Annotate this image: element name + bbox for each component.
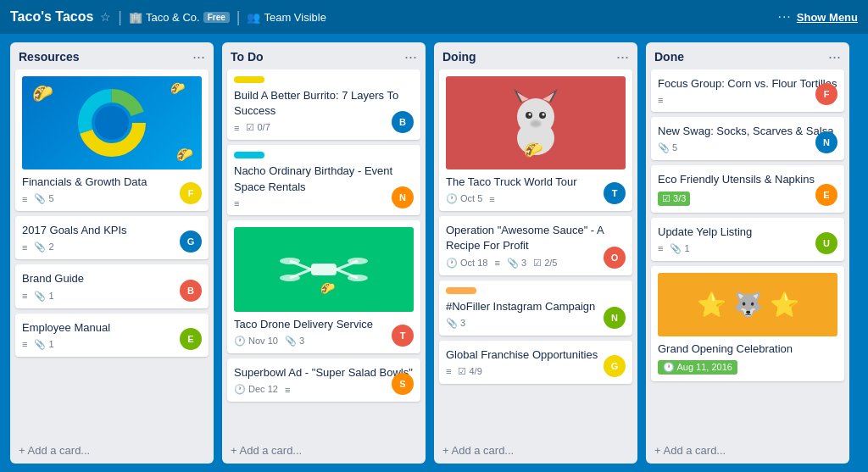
card-brand[interactable]: Brand Guide ≡ 📎 1 B bbox=[15, 264, 209, 308]
lines-icon: ≡ bbox=[234, 123, 239, 133]
card-burrito[interactable]: Build A Better Burrito: 7 Layers To Succ… bbox=[227, 69, 420, 140]
svg-point-12 bbox=[348, 275, 368, 281]
list-doing: Doing ··· bbox=[434, 42, 637, 464]
list-doing-menu[interactable]: ··· bbox=[616, 49, 629, 64]
list-resources: Resources ··· 🌮 🌮 🌮 bbox=[10, 42, 214, 464]
card-focus-group-avatar: F bbox=[815, 83, 837, 105]
svg-point-23 bbox=[542, 113, 545, 115]
card-franchise-meta: ≡ ☑ 4/9 bbox=[446, 366, 626, 377]
checklist-icon: ☑ 4/9 bbox=[458, 366, 481, 377]
lines-icon: ≡ bbox=[658, 243, 663, 253]
list-todo-title: To Do bbox=[231, 50, 264, 64]
card-financials-cover: 🌮 🌮 🌮 bbox=[22, 76, 202, 169]
card-employee-meta: ≡ 📎 1 bbox=[22, 339, 202, 350]
add-card-doing[interactable]: + Add a card... bbox=[434, 439, 637, 464]
checklist-badge-green: ☑ 3/3 bbox=[658, 192, 690, 206]
card-focus-group[interactable]: Focus Group: Corn vs. Flour Tortillas ≡ … bbox=[651, 69, 844, 112]
org-name: Taco & Co. bbox=[146, 11, 200, 24]
card-yelp-avatar: U bbox=[815, 232, 837, 254]
list-done-menu[interactable]: ··· bbox=[828, 49, 841, 64]
card-nacho-label bbox=[234, 152, 264, 158]
list-todo: To Do ··· Build A Better Burrito: 7 Laye… bbox=[222, 42, 426, 464]
card-financials[interactable]: 🌮 🌮 🌮 Financials & Growth Data ≡ 📎 5 F bbox=[15, 69, 209, 211]
clock-icon: 🕐 Nov 10 bbox=[234, 336, 278, 347]
svg-point-25 bbox=[531, 121, 540, 126]
card-superbowl-title: Superbowl Ad - "Super Salad Bowls" bbox=[234, 365, 414, 380]
card-goals-meta: ≡ 📎 2 bbox=[22, 242, 202, 253]
card-financials-meta: ≡ 📎 5 bbox=[22, 193, 202, 204]
card-taco-truck-meta: 🕐 Oct 5 ≡ bbox=[446, 193, 626, 204]
list-todo-body: Build A Better Burrito: 7 Layers To Succ… bbox=[222, 69, 426, 439]
list-resources-header: Resources ··· bbox=[10, 42, 214, 69]
card-nofiller-meta: 📎 3 bbox=[446, 318, 626, 329]
add-card-resources[interactable]: + Add a card... bbox=[10, 439, 214, 464]
card-taco-truck-cover: 🌮 bbox=[446, 76, 626, 169]
card-grand-opening-cover: ⭐ 🐺 ⭐ bbox=[658, 273, 837, 336]
star-icon[interactable]: ☆ bbox=[100, 10, 111, 24]
card-goals[interactable]: 2017 Goals And KPIs ≡ 📎 2 G bbox=[15, 216, 209, 259]
card-awesome-sauce[interactable]: Operation "Awesome Sauce" - A Recipe For… bbox=[439, 216, 632, 275]
card-nofiller-title: #NoFiller Instagram Campaign bbox=[446, 299, 626, 314]
org-info[interactable]: 🏢 Taco & Co. Free bbox=[129, 11, 230, 24]
card-franchise[interactable]: Global Franchise Opportunities ≡ ☑ 4/9 G bbox=[439, 341, 632, 384]
count-icon: 📎 3 bbox=[285, 336, 304, 347]
lines-icon: ≡ bbox=[489, 194, 494, 204]
header: Taco's Tacos ☆ | 🏢 Taco & Co. Free | 👥 T… bbox=[0, 0, 868, 34]
count-icon: 📎 1 bbox=[670, 243, 689, 254]
card-drone-title: Taco Drone Delivery Service bbox=[234, 317, 414, 332]
attachment-icon: 📎 1 bbox=[34, 339, 53, 350]
list-doing-header: Doing ··· bbox=[434, 42, 637, 69]
card-awesome-sauce-avatar: O bbox=[604, 247, 626, 269]
lines-icon: ≡ bbox=[22, 291, 27, 301]
lines-icon: ≡ bbox=[446, 366, 451, 376]
card-superbowl[interactable]: Superbowl Ad - "Super Salad Bowls" 🕐 Dec… bbox=[227, 358, 420, 402]
svg-text:🌮: 🌮 bbox=[524, 141, 543, 159]
card-yelp-title: Update Yelp Listing bbox=[658, 225, 837, 240]
card-eco-meta: ☑ 3/3 bbox=[658, 192, 837, 206]
card-burrito-label bbox=[234, 76, 264, 83]
list-done-header: Done ··· bbox=[646, 42, 849, 69]
svg-point-15 bbox=[517, 98, 554, 136]
card-franchise-title: Global Franchise Opportunities bbox=[446, 347, 626, 363]
board-title[interactable]: Taco's Tacos bbox=[10, 9, 93, 25]
card-swag[interactable]: New Swag: Socks, Scarves & Salsa 📎 5 N bbox=[651, 117, 844, 160]
card-superbowl-avatar: S bbox=[392, 373, 414, 395]
attachment-icon: 📎 2 bbox=[34, 242, 53, 253]
card-nacho[interactable]: Nacho Ordinary Birthday - Event Space Re… bbox=[227, 145, 420, 214]
lines-icon: ≡ bbox=[494, 258, 499, 268]
card-eco-avatar: E bbox=[815, 184, 837, 206]
card-drone[interactable]: 🌮 Taco Drone Delivery Service 🕐 Nov 10 📎… bbox=[227, 220, 420, 353]
header-right: ··· Show Menu bbox=[777, 9, 858, 25]
card-employee[interactable]: Employee Manual ≡ 📎 1 E bbox=[15, 314, 209, 357]
card-burrito-meta: ≡ ☑ 0/7 bbox=[234, 122, 414, 133]
card-drone-meta: 🕐 Nov 10 📎 3 bbox=[234, 336, 414, 347]
card-taco-truck[interactable]: 🌮 The Taco Truck World Tour 🕐 Oct 5 ≡ T bbox=[439, 69, 632, 211]
svg-point-9 bbox=[280, 258, 300, 264]
list-todo-menu[interactable]: ··· bbox=[404, 49, 417, 64]
card-yelp[interactable]: Update Yelp Listing ≡ 📎 1 U bbox=[651, 218, 844, 261]
svg-point-3 bbox=[95, 106, 129, 140]
card-nofiller-label bbox=[446, 287, 476, 294]
list-done: Done ··· Focus Group: Corn vs. Flour Tor… bbox=[646, 42, 849, 464]
count-icon: 📎 5 bbox=[658, 142, 677, 153]
card-goals-title: 2017 Goals And KPIs bbox=[22, 223, 202, 238]
list-resources-body: 🌮 🌮 🌮 Financials & Growth Data ≡ 📎 5 F 2… bbox=[10, 69, 214, 439]
checklist-icon: ☑ 0/7 bbox=[246, 122, 270, 133]
lines-icon: ≡ bbox=[658, 95, 663, 105]
card-grand-opening[interactable]: ⭐ 🐺 ⭐ Grand Opening Celebration 🕐 Aug 11… bbox=[651, 266, 844, 381]
card-eco[interactable]: Eco Friendly Utensils & Napkins ☑ 3/3 E bbox=[651, 165, 844, 212]
card-awesome-sauce-meta: 🕐 Oct 18 ≡ 📎 3 ☑ 2/5 bbox=[446, 258, 626, 269]
card-taco-truck-avatar: T bbox=[604, 182, 626, 204]
team-info[interactable]: 👥 Team Visible bbox=[247, 11, 326, 24]
card-nofiller[interactable]: #NoFiller Instagram Campaign 📎 3 N bbox=[439, 280, 632, 336]
team-name: Team Visible bbox=[264, 11, 326, 24]
card-financials-title: Financials & Growth Data bbox=[22, 175, 202, 190]
clock-icon: 🕐 Dec 12 bbox=[234, 384, 278, 395]
list-resources-menu[interactable]: ··· bbox=[192, 49, 205, 64]
card-grand-opening-meta: 🕐 Aug 11, 2016 bbox=[658, 360, 837, 375]
show-menu-button[interactable]: Show Menu bbox=[797, 11, 858, 24]
add-card-todo[interactable]: + Add a card... bbox=[222, 439, 426, 464]
add-card-done[interactable]: + Add a card... bbox=[646, 439, 849, 464]
list-doing-body: 🌮 The Taco Truck World Tour 🕐 Oct 5 ≡ T … bbox=[434, 69, 637, 439]
card-drone-cover: 🌮 bbox=[234, 227, 414, 312]
